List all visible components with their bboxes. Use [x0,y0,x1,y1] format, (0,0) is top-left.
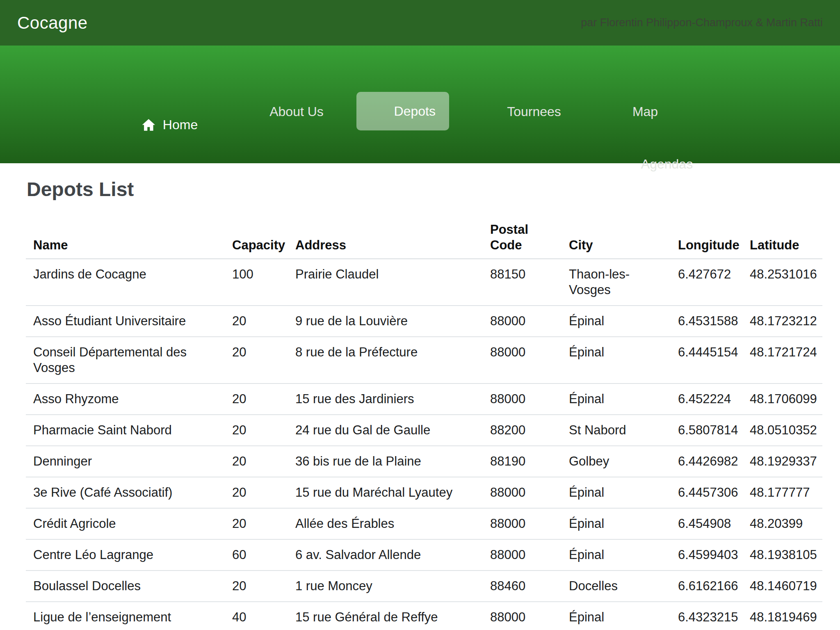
cell-longitude: 6.6162166 [671,571,742,602]
cell-capacity: 20 [225,508,288,539]
cell-latitude: 48.1460719 [742,571,822,602]
cell-longitude: 6.452224 [671,383,742,415]
cell-latitude: 48.2531016 [742,259,822,306]
column-header-longitude: Longitude [671,215,742,259]
cell-capacity: 60 [225,539,288,571]
nav-item-map[interactable]: Map [632,104,658,119]
cell-address: 1 rue Moncey [288,571,483,602]
cell-latitude: 48.20399 [742,508,822,539]
nav-item-depots[interactable]: Depots [356,92,449,130]
cell-capacity: 20 [225,415,288,446]
cell-capacity: 20 [225,337,288,383]
cell-name: Boulassel Docelles [26,571,225,602]
cell-name: Denninger [26,446,225,477]
page-title: Depots List [27,178,822,201]
table-row: Jardins de Cocagne 100 Prairie Claudel 8… [26,259,822,306]
cell-postal-code: 88150 [483,259,562,306]
cell-longitude: 6.4426982 [671,446,742,477]
table-row: Asso Rhyzome 20 15 rue des Jardiniers 88… [26,383,822,415]
cell-city: Épinal [562,508,671,539]
table-header-row: Name Capacity Address Postal Code City L… [26,215,822,259]
nav-item-about-us[interactable]: About Us [269,104,324,119]
table-row: Centre Léo Lagrange 60 6 av. Salvador Al… [26,539,822,571]
nav-item-home[interactable]: Home [141,117,198,132]
cell-name: Jardins de Cocagne [26,259,225,306]
nav-item-agendas[interactable]: Agendas [641,157,693,172]
column-header-city: City [562,215,671,259]
cell-latitude: 48.1938105 [742,539,822,571]
house-icon [141,117,156,132]
cell-longitude: 6.4445154 [671,337,742,383]
cell-city: Épinal [562,477,671,508]
authors-byline: par Florentin Philippon-Champroux & Mart… [581,16,823,29]
cell-capacity: 40 [225,602,288,630]
cell-latitude: 48.1721724 [742,337,822,383]
table-body: Jardins de Cocagne 100 Prairie Claudel 8… [26,259,822,630]
cell-capacity: 20 [225,383,288,415]
cell-address: Prairie Claudel [288,259,483,306]
cell-city: St Nabord [562,415,671,446]
table-row: Asso Étudiant Universitaire 20 9 rue de … [26,306,822,337]
cell-city: Golbey [562,446,671,477]
cell-name: Asso Rhyzome [26,383,225,415]
cell-postal-code: 88000 [483,477,562,508]
cell-latitude: 48.177777 [742,477,822,508]
table-row: Boulassel Docelles 20 1 rue Moncey 88460… [26,571,822,602]
cell-city: Docelles [562,571,671,602]
cell-postal-code: 88000 [483,383,562,415]
column-header-latitude: Latitude [742,215,822,259]
cell-city: Épinal [562,306,671,337]
cell-latitude: 48.0510352 [742,415,822,446]
cell-latitude: 48.1819469 [742,602,822,630]
cell-city: Épinal [562,337,671,383]
cell-address: 6 av. Salvador Allende [288,539,483,571]
table-row: Conseil Départemental des Vosges 20 8 ru… [26,337,822,383]
cell-address: 36 bis rue de la Plaine [288,446,483,477]
cell-address: Allée des Érables [288,508,483,539]
main-nav: Home About Us Depots Tournees Map Agenda… [0,46,840,163]
content-area: Depots List Name Capacity Address Postal… [0,163,840,630]
cell-longitude: 6.4323215 [671,602,742,630]
cell-name: Crédit Agricole [26,508,225,539]
cell-name: Asso Étudiant Universitaire [26,306,225,337]
cell-latitude: 48.1723212 [742,306,822,337]
depots-table: Name Capacity Address Postal Code City L… [26,215,822,630]
cell-longitude: 6.4599403 [671,539,742,571]
cell-latitude: 48.1706099 [742,383,822,415]
cell-capacity: 100 [225,259,288,306]
cell-city: Épinal [562,383,671,415]
table-row: Ligue de l’enseignement 40 15 rue Généra… [26,602,822,630]
cell-latitude: 48.1929337 [742,446,822,477]
cell-city: Thaon-les-Vosges [562,259,671,306]
cell-postal-code: 88460 [483,571,562,602]
table-row: Pharmacie Saint Nabord 20 24 rue du Gal … [26,415,822,446]
cell-postal-code: 88200 [483,415,562,446]
cell-longitude: 6.427672 [671,259,742,306]
cell-postal-code: 88000 [483,306,562,337]
cell-city: Épinal [562,602,671,630]
table-row: 3e Rive (Café Associatif) 20 15 rue du M… [26,477,822,508]
cell-capacity: 20 [225,446,288,477]
column-header-capacity: Capacity [225,215,288,259]
nav-item-home-label: Home [163,117,198,132]
cell-name: 3e Rive (Café Associatif) [26,477,225,508]
cell-address: 15 rue du Maréchal Lyautey [288,477,483,508]
cell-name: Pharmacie Saint Nabord [26,415,225,446]
cell-longitude: 6.4531588 [671,306,742,337]
cell-name: Conseil Départemental des Vosges [26,337,225,383]
cell-address: 24 rue du Gal de Gaulle [288,415,483,446]
cell-city: Épinal [562,539,671,571]
app-title: Cocagne [17,13,88,33]
cell-postal-code: 88000 [483,337,562,383]
cell-postal-code: 88000 [483,602,562,630]
cell-address: 15 rue des Jardiniers [288,383,483,415]
cell-capacity: 20 [225,306,288,337]
column-header-postal-code: Postal Code [483,215,562,259]
column-header-name: Name [26,215,225,259]
nav-item-tournees[interactable]: Tournees [507,104,561,119]
cell-postal-code: 88000 [483,508,562,539]
table-row: Crédit Agricole 20 Allée des Érables 880… [26,508,822,539]
cell-capacity: 20 [225,477,288,508]
top-bar: Cocagne par Florentin Philippon-Champrou… [0,0,840,46]
cell-name: Ligue de l’enseignement [26,602,225,630]
